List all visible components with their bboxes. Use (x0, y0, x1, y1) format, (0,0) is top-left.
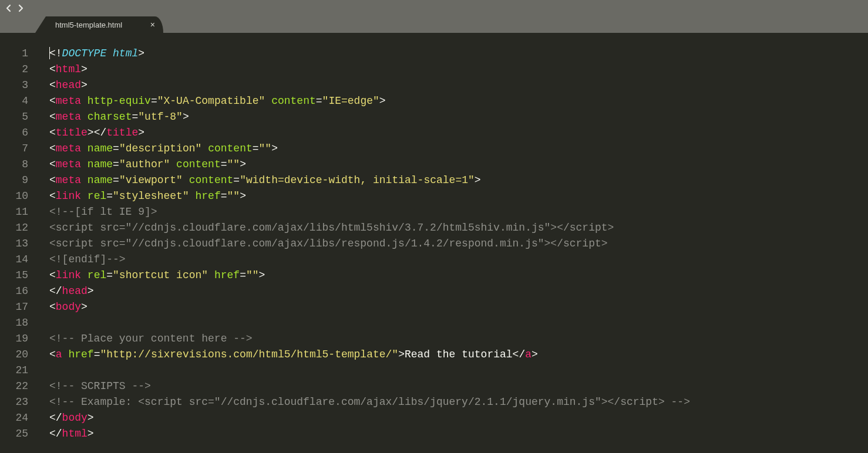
line-number: 9 (0, 173, 28, 188)
code-line[interactable]: <html> (49, 62, 868, 77)
code-line[interactable] (49, 315, 868, 331)
token: < (49, 190, 56, 202)
token: a (525, 349, 531, 360)
token: "" (259, 143, 272, 154)
code-line[interactable]: <!-- Place your content here --> (49, 331, 868, 347)
line-number: 18 (0, 315, 28, 331)
token: content (208, 143, 253, 154)
token: charset (88, 111, 132, 123)
token: < (49, 63, 56, 75)
token: title (56, 127, 88, 138)
token: content (189, 174, 234, 186)
token: "" (227, 158, 240, 170)
code-line[interactable]: <meta name="description" content=""> (49, 141, 868, 157)
token: name (88, 158, 113, 170)
code-line[interactable]: <!-- Example: <script src="//cdnjs.cloud… (49, 394, 868, 410)
token: name (88, 143, 113, 154)
code-line[interactable]: <title></title> (49, 125, 868, 141)
code-line[interactable]: <script src="//cdnjs.cloudflare.com/ajax… (49, 220, 868, 236)
token: >Read the tutorial</ (398, 349, 525, 360)
token: content (271, 95, 316, 107)
code-line[interactable]: <meta name="author" content=""> (49, 157, 868, 173)
token: > (88, 412, 94, 424)
token: < (49, 79, 56, 91)
token: href (214, 269, 240, 281)
token: = (240, 269, 246, 281)
nav-back-icon[interactable] (5, 4, 13, 12)
token: = (113, 174, 119, 186)
code-line[interactable]: <!DOCTYPE html> (49, 46, 868, 62)
token (170, 158, 176, 170)
close-icon[interactable]: × (150, 21, 155, 29)
token (62, 349, 69, 360)
editor-area[interactable]: 1234567891011121314151617181920212223242… (0, 46, 868, 442)
code-line[interactable]: <meta http-equiv="X-UA-Compatible" conte… (49, 93, 868, 109)
code-line[interactable]: <link rel="shortcut icon" href=""> (49, 268, 868, 283)
code-line[interactable]: </html> (49, 426, 868, 442)
token: < (49, 301, 56, 313)
token: = (106, 269, 113, 281)
line-number: 21 (0, 363, 28, 378)
token: </ (49, 428, 62, 440)
code-line[interactable]: <!--[if lt IE 9]> (49, 204, 868, 220)
tab-file-label: html5-template.html (55, 21, 122, 29)
token: = (221, 190, 227, 202)
nav-forward-icon[interactable] (16, 4, 25, 12)
token: head (56, 79, 81, 91)
line-number: 1 (0, 46, 28, 62)
code-line[interactable]: <!-- SCRIPTS --> (49, 378, 868, 394)
token: html (62, 428, 88, 440)
token: html (113, 48, 138, 59)
token: meta (56, 174, 81, 186)
token (201, 143, 208, 154)
token: = (94, 349, 100, 360)
code-line[interactable] (49, 363, 868, 378)
code-line[interactable]: <meta name="viewport" content="width=dev… (49, 173, 868, 188)
line-number: 10 (0, 188, 28, 204)
token (81, 143, 88, 154)
token: < (49, 143, 56, 154)
code-line[interactable]: <script src="//cdnjs.cloudflare.com/ajax… (49, 236, 868, 252)
token: "utf-8" (138, 111, 183, 123)
token (189, 190, 196, 202)
token: http-equiv (88, 95, 151, 107)
token (81, 158, 88, 170)
token: < (49, 95, 56, 107)
code-content[interactable]: <!DOCTYPE html><html><head><meta http-eq… (40, 46, 868, 442)
token (265, 95, 271, 107)
token: < (49, 111, 56, 123)
token: DOCTYPE (62, 48, 113, 59)
line-number: 22 (0, 378, 28, 394)
token: link (56, 269, 81, 281)
line-number: 14 (0, 252, 28, 268)
token: > (240, 158, 246, 170)
code-line[interactable]: <link rel="stylesheet" href=""> (49, 188, 868, 204)
token: title (106, 127, 138, 138)
token: "IE=edge" (322, 95, 379, 107)
code-line[interactable]: <body> (49, 299, 868, 315)
line-number: 17 (0, 299, 28, 315)
token: > (183, 111, 189, 123)
token: = (151, 95, 157, 107)
code-line[interactable]: </head> (49, 283, 868, 299)
token: > (475, 174, 481, 186)
token: > (138, 48, 144, 59)
token: "stylesheet" (113, 190, 189, 202)
line-number: 8 (0, 157, 28, 173)
token: <!--[if lt IE 9]> (49, 206, 157, 218)
tab-bar: html5-template.html × (0, 16, 868, 33)
line-number: 12 (0, 220, 28, 236)
token: href (196, 190, 221, 202)
code-line[interactable]: <head> (49, 77, 868, 93)
code-line[interactable]: <![endif]--> (49, 252, 868, 268)
token: "viewport" (119, 174, 183, 186)
code-line[interactable]: </body> (49, 410, 868, 426)
token: = (106, 190, 113, 202)
token (208, 269, 214, 281)
token: = (113, 158, 119, 170)
code-line[interactable]: <a href="http://sixrevisions.com/html5/h… (49, 347, 868, 363)
tab-file[interactable]: html5-template.html × (46, 16, 163, 33)
token: rel (88, 269, 106, 281)
line-number: 19 (0, 331, 28, 347)
code-line[interactable]: <meta charset="utf-8"> (49, 109, 868, 125)
